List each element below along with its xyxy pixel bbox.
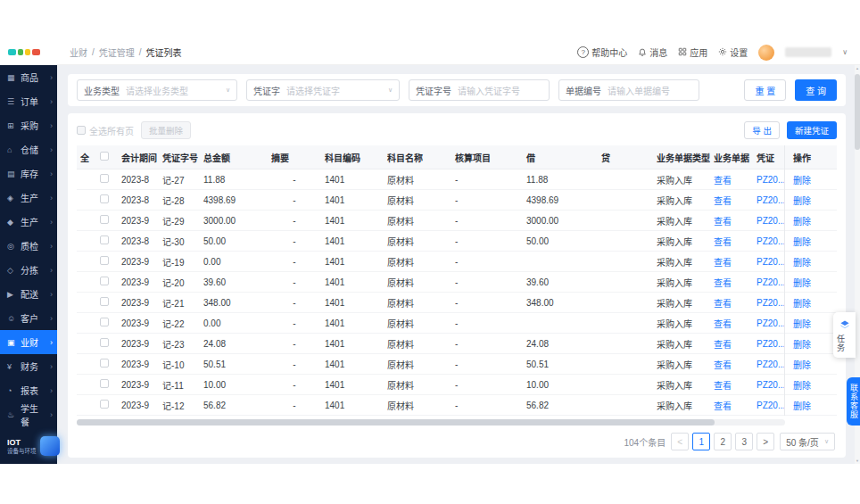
voucher-link[interactable]: PZ20... bbox=[753, 257, 785, 267]
row-checkbox[interactable] bbox=[96, 194, 118, 205]
page-button-1[interactable]: 1 bbox=[692, 433, 710, 450]
row-checkbox[interactable] bbox=[96, 297, 118, 308]
settings-link[interactable]: 设置 bbox=[718, 45, 748, 59]
view-link[interactable]: 查看 bbox=[714, 360, 732, 370]
filter-voucher-no[interactable]: 凭证字号请输入凭证字号 bbox=[409, 79, 550, 101]
delete-link[interactable]: 删除 bbox=[793, 214, 811, 227]
sidebar-item-production[interactable]: ◈生产› bbox=[0, 186, 57, 210]
horizontal-scrollbar-thumb[interactable] bbox=[77, 419, 715, 426]
voucher-link[interactable]: PZ20... bbox=[753, 277, 785, 287]
biz-doc-view[interactable]: 查看 bbox=[710, 378, 753, 392]
select-all-pages[interactable]: 全选所有页 bbox=[77, 124, 134, 137]
sidebar-item-procurement[interactable]: ⊞采购› bbox=[0, 113, 57, 137]
voucher-link[interactable]: PZ20... bbox=[753, 380, 785, 390]
voucher-link[interactable]: PZ20... bbox=[753, 236, 785, 246]
export-button[interactable]: 导 出 bbox=[744, 121, 780, 139]
filter-business-type[interactable]: 业务类型请选择业务类型∨ bbox=[77, 79, 237, 101]
new-voucher-button[interactable]: 新建凭证 bbox=[787, 121, 837, 139]
page-button-3[interactable]: 3 bbox=[735, 433, 753, 450]
view-link[interactable]: 查看 bbox=[714, 237, 732, 247]
biz-doc-view[interactable]: 查看 bbox=[710, 255, 753, 269]
delete-link[interactable]: 删除 bbox=[793, 337, 811, 351]
voucher-number-link[interactable]: PZ20... bbox=[757, 380, 785, 390]
breadcrumb-item[interactable]: 凭证管理 bbox=[99, 45, 135, 59]
biz-doc-view[interactable]: 查看 bbox=[710, 194, 753, 207]
sidebar-item-customers[interactable]: ☺客户› bbox=[0, 306, 57, 330]
avatar[interactable] bbox=[758, 45, 774, 61]
filter-voucher-word[interactable]: 凭证字请选择凭证字∨ bbox=[246, 79, 400, 101]
view-link[interactable]: 查看 bbox=[714, 278, 732, 288]
horizontal-scrollbar[interactable] bbox=[77, 419, 785, 426]
delete-link[interactable]: 删除 bbox=[793, 276, 811, 289]
contact-support-fab[interactable]: 联系客服 bbox=[847, 377, 860, 426]
voucher-number-link[interactable]: PZ20... bbox=[757, 318, 785, 328]
voucher-number-link[interactable]: PZ20... bbox=[757, 236, 785, 246]
apps-link[interactable]: 应用 bbox=[678, 45, 707, 59]
sidebar-item-orders[interactable]: ☰订单› bbox=[0, 89, 57, 113]
delete-link[interactable]: 删除 bbox=[793, 358, 811, 371]
sidebar-item-sorting[interactable]: ◇分拣› bbox=[0, 258, 57, 282]
sidebar-item-quality[interactable]: ◎质检› bbox=[0, 234, 57, 258]
batch-delete-button[interactable]: 批量删除 bbox=[141, 121, 191, 139]
sidebar-item-goods[interactable]: ▦商品› bbox=[0, 65, 57, 89]
voucher-number-link[interactable]: PZ20... bbox=[757, 339, 785, 349]
voucher-link[interactable]: PZ20... bbox=[753, 195, 785, 205]
row-checkbox[interactable] bbox=[96, 235, 118, 246]
voucher-number-link[interactable]: PZ20... bbox=[757, 298, 785, 308]
page-size-select[interactable]: 50 条/页 ∨ bbox=[780, 433, 835, 450]
biz-doc-view[interactable]: 查看 bbox=[710, 317, 753, 330]
select-all-checkbox[interactable] bbox=[96, 152, 118, 162]
next-page-button[interactable]: > bbox=[757, 433, 774, 450]
view-link[interactable]: 查看 bbox=[714, 299, 732, 309]
view-link[interactable]: 查看 bbox=[714, 258, 732, 268]
biz-doc-view[interactable]: 查看 bbox=[710, 214, 753, 227]
voucher-number-link[interactable]: PZ20... bbox=[757, 195, 785, 205]
voucher-link[interactable]: PZ20... bbox=[753, 298, 785, 308]
biz-doc-view[interactable]: 查看 bbox=[710, 235, 753, 248]
voucher-number-link[interactable]: PZ20... bbox=[757, 216, 785, 226]
row-checkbox[interactable] bbox=[96, 379, 118, 390]
view-link[interactable]: 查看 bbox=[714, 319, 732, 329]
view-link[interactable]: 查看 bbox=[714, 176, 732, 186]
delete-link[interactable]: 删除 bbox=[793, 317, 811, 330]
sidebar-item-business-finance[interactable]: ▣业财› bbox=[0, 330, 57, 354]
biz-doc-view[interactable]: 查看 bbox=[710, 276, 753, 289]
search-button[interactable]: 查 询 bbox=[795, 79, 837, 101]
scroll-down-arrow[interactable]: ▼ bbox=[855, 459, 860, 463]
help-center-link[interactable]: ? 帮助中心 bbox=[577, 45, 627, 59]
sidebar-item-production-2[interactable]: ◆生产› bbox=[0, 210, 57, 234]
tasks-fab[interactable]: 任务 bbox=[833, 312, 856, 358]
scroll-up-arrow[interactable]: ▲ bbox=[855, 66, 860, 70]
row-checkbox[interactable] bbox=[96, 174, 118, 185]
voucher-number-link[interactable]: PZ20... bbox=[757, 401, 785, 410]
vertical-scrollbar-thumb[interactable] bbox=[855, 74, 860, 150]
delete-link[interactable]: 删除 bbox=[793, 296, 811, 310]
voucher-link[interactable]: PZ20... bbox=[753, 318, 785, 328]
biz-doc-view[interactable]: 查看 bbox=[710, 296, 753, 310]
row-checkbox[interactable] bbox=[96, 318, 118, 328]
voucher-number-link[interactable]: PZ20... bbox=[757, 359, 785, 369]
row-checkbox[interactable] bbox=[96, 400, 118, 410]
biz-doc-view[interactable]: 查看 bbox=[710, 358, 753, 371]
biz-doc-view[interactable]: 查看 bbox=[710, 337, 753, 351]
filter-doc-no[interactable]: 单据编号请输入单据编号 bbox=[558, 79, 699, 101]
reset-button[interactable]: 重 置 bbox=[744, 79, 786, 101]
chevron-down-icon[interactable]: ∨ bbox=[842, 48, 848, 56]
row-checkbox[interactable] bbox=[96, 359, 118, 369]
voucher-number-link[interactable]: PZ20... bbox=[757, 277, 785, 287]
delete-link[interactable]: 删除 bbox=[793, 378, 811, 392]
delete-link[interactable]: 删除 bbox=[793, 173, 811, 186]
view-link[interactable]: 查看 bbox=[714, 401, 732, 411]
messages-link[interactable]: 消息 bbox=[638, 45, 667, 59]
voucher-number-link[interactable]: PZ20... bbox=[757, 175, 785, 185]
delete-link[interactable]: 删除 bbox=[793, 235, 811, 248]
delete-link[interactable]: 删除 bbox=[793, 255, 811, 269]
view-link[interactable]: 查看 bbox=[714, 381, 732, 391]
page-button-2[interactable]: 2 bbox=[714, 433, 732, 450]
voucher-link[interactable]: PZ20... bbox=[753, 216, 785, 226]
sidebar-item-warehouse[interactable]: ⌂仓储› bbox=[0, 137, 57, 161]
view-link[interactable]: 查看 bbox=[714, 340, 732, 350]
row-checkbox[interactable] bbox=[96, 338, 118, 349]
breadcrumb-item[interactable]: 业财 bbox=[70, 45, 87, 59]
sidebar-item-finance[interactable]: ¥财务› bbox=[0, 354, 57, 378]
